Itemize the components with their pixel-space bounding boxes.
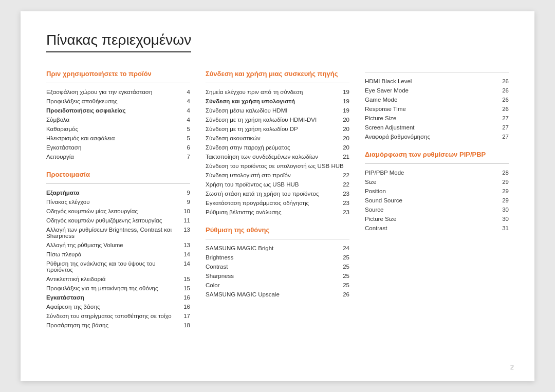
section-divider <box>206 83 349 83</box>
section-title: Σύνδεση και χρήση μιας συσκευής πηγής <box>206 70 349 78</box>
toc-item: Size29 <box>365 177 509 186</box>
toc-item-page: 5 <box>187 126 190 132</box>
column-3: HDMI Black Level26Eye Saver Mode26Game M… <box>365 68 509 339</box>
toc-item-label: Αφαίρεση της βάσης <box>46 304 183 310</box>
toc-item-page: 10 <box>183 208 190 214</box>
toc-item: Game Mode26 <box>365 95 509 104</box>
toc-item-label: Οδηγός κουμπιών ρυθμιζόμενης λειτουργίας <box>46 217 183 223</box>
toc-item-page: 25 <box>343 273 349 279</box>
section-title: Ρύθμιση της οθόνης <box>206 226 349 234</box>
toc-item-label: Προφυλάξεις αποθήκευσης <box>46 98 187 104</box>
toc-item-page: 22 <box>343 172 349 178</box>
toc-item-label: SAMSUNG MAGIC Bright <box>206 245 343 251</box>
toc-item-label: Προφυλάξεις για τη μετακίνηση της οθόνης <box>46 285 183 291</box>
toc-item-page: 15 <box>183 276 190 282</box>
toc-item-label: HDMI Black Level <box>365 78 502 84</box>
toc-item-label: Ηλεκτρισμός και ασφάλεια <box>46 135 187 141</box>
toc-item-label: Σημεία ελέγχου πριν από τη σύνδεση <box>206 89 343 95</box>
toc-item: Οδηγός κουμπιών ρυθμιζόμενης λειτουργίας… <box>46 216 190 225</box>
toc-item: Προειδοποιήσεις ασφαλείας4 <box>46 106 190 115</box>
toc-item: Σύνδεση του στηρίγματος τοποθέτησης σε τ… <box>46 311 190 321</box>
toc-item-page: 29 <box>502 179 509 185</box>
toc-item-label: Πίσω πλευρά <box>46 251 183 257</box>
toc-item: Color25 <box>206 281 349 290</box>
toc-item-page: 20 <box>343 135 349 141</box>
toc-item: Source30 <box>365 205 509 214</box>
toc-item: Εξασφάλιση χώρου για την εγκατάσταση4 <box>46 87 190 97</box>
toc-item-page: 29 <box>502 188 509 194</box>
toc-item: Αλλαγή των ρυθμίσεων Brightness, Contras… <box>46 225 190 240</box>
toc-item-page: 20 <box>343 126 349 132</box>
toc-item-page: 27 <box>502 134 509 140</box>
toc-section: Πριν χρησιμοποιήσετε το προϊόνΕξασφάλιση… <box>46 70 190 161</box>
toc-item: Sharpness25 <box>206 271 349 281</box>
toc-item-page: 4 <box>187 98 190 104</box>
toc-item: Contrast31 <box>365 223 509 233</box>
toc-item-page: 14 <box>183 260 190 267</box>
toc-section: HDMI Black Level26Eye Saver Mode26Game M… <box>365 72 509 141</box>
toc-item-page: 28 <box>502 170 509 176</box>
toc-item-page: 26 <box>502 106 509 112</box>
toc-item-page: 15 <box>183 285 190 291</box>
toc-item-page: 29 <box>502 197 509 203</box>
toc-item-label: Σύνδεση υπολογιστή στο προϊόν <box>206 172 343 178</box>
toc-item-page: 16 <box>183 294 190 301</box>
toc-item: Προφυλάξεις αποθήκευσης4 <box>46 97 190 106</box>
toc-item-page: 5 <box>187 135 190 141</box>
toc-item-page: 22 <box>343 181 349 188</box>
toc-item: Brightness25 <box>206 253 349 262</box>
section-divider <box>46 183 190 184</box>
toc-item: Εγκατάσταση6 <box>46 143 190 152</box>
toc-item-label: Picture Size <box>365 115 502 121</box>
toc-item: Eye Saver Mode26 <box>365 86 509 95</box>
toc-item: SAMSUNG MAGIC Bright24 <box>206 244 349 253</box>
toc-item-label: Εγκατάσταση προγράμματος οδήγησης <box>206 200 343 206</box>
toc-item: Response Time26 <box>365 104 509 114</box>
toc-item: Πίνακας ελέγχου9 <box>46 197 190 207</box>
toc-item-page: 6 <box>187 144 190 151</box>
toc-item-label: Σύνδεση ακουστικών <box>206 135 343 141</box>
toc-section: Σύνδεση και χρήση μιας συσκευής πηγήςΣημ… <box>206 70 349 217</box>
toc-item-page: 26 <box>343 291 349 297</box>
toc-item: Εγκατάσταση16 <box>46 293 190 302</box>
toc-item-label: Eye Saver Mode <box>365 87 502 94</box>
toc-item-label: Brightness <box>206 254 343 260</box>
column-2: Σύνδεση και χρήση μιας συσκευής πηγήςΣημ… <box>206 68 349 339</box>
section-divider <box>365 163 509 164</box>
toc-item-label: Εξαρτήματα <box>46 190 187 196</box>
toc-item: Λειτουργία7 <box>46 152 190 161</box>
toc-item: Screen Adjustment27 <box>365 123 509 132</box>
toc-item-label: Εξασφάλιση χώρου για την εγκατάσταση <box>46 89 187 95</box>
toc-item-page: 23 <box>343 209 349 215</box>
toc-item-page: 4 <box>187 107 190 114</box>
toc-item-label: Picture Size <box>365 216 502 222</box>
toc-item-page: 23 <box>343 200 349 206</box>
toc-item-page: 23 <box>343 191 349 197</box>
toc-item: Σύνδεση ακουστικών20 <box>206 134 349 143</box>
toc-item-page: 7 <box>187 154 190 160</box>
toc-item: Σύνδεση στην παροχή ρεύματος20 <box>206 143 349 152</box>
toc-item-label: Contrast <box>206 264 343 270</box>
toc-item-page: 19 <box>343 107 349 114</box>
toc-item-label: Color <box>206 282 343 288</box>
section-title: Πριν χρησιμοποιήσετε το προϊόν <box>46 70 190 78</box>
toc-item: Picture Size27 <box>365 114 509 123</box>
toc-item-label: Ρύθμιση της ανάκλισης και του ύψους του … <box>46 260 183 273</box>
toc-item: Picture Size30 <box>365 214 509 223</box>
toc-item-page: 26 <box>502 97 509 103</box>
toc-item-page: 21 <box>343 154 349 160</box>
toc-item-label: Σύνδεση και χρήση υπολογιστή <box>206 98 343 104</box>
toc-item-page: 16 <box>183 304 190 310</box>
toc-item-label: Screen Adjustment <box>365 124 502 130</box>
section-divider <box>206 239 349 239</box>
toc-item-page: 26 <box>502 78 509 84</box>
toc-item: Τακτοποίηση των συνδεδεμένων καλωδίων21 <box>206 152 349 161</box>
toc-item-label: Αλλαγή της ρύθμισης Volume <box>46 242 183 248</box>
toc-item-page: 4 <box>187 117 190 123</box>
page-number: 2 <box>510 363 514 371</box>
toc-item: Αλλαγή της ρύθμισης Volume13 <box>46 240 190 250</box>
toc-item-label: Αναφορά βαθμονόμησης <box>365 134 502 140</box>
toc-item-label: Sharpness <box>206 273 343 279</box>
toc-item-label: Σύνδεση στην παροχή ρεύματος <box>206 144 343 151</box>
toc-item-label: Ρύθμιση βέλτιστης ανάλυσης <box>206 209 343 215</box>
